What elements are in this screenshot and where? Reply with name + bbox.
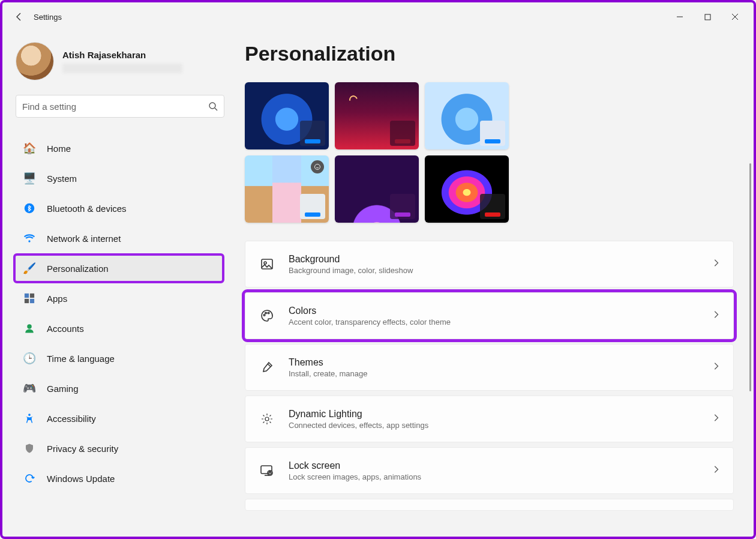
back-button[interactable]	[7, 5, 31, 29]
sidebar-item-label: Windows Update	[47, 474, 115, 484]
user-block[interactable]: Atish Rajasekharan	[16, 42, 222, 80]
sidebar-item-bluetooth[interactable]: Bluetooth & devices	[16, 196, 222, 221]
card-dynamic-lighting[interactable]: Dynamic Lighting Connected devices, effe…	[245, 396, 734, 442]
theme-tile[interactable]	[335, 82, 419, 149]
svg-point-17	[265, 312, 267, 314]
card-cutoff	[245, 499, 734, 511]
card-title: Background	[289, 254, 413, 265]
card-themes[interactable]: Themes Install, create, manage	[245, 344, 734, 391]
sidebar-item-label: Apps	[47, 294, 67, 304]
close-button[interactable]	[721, 7, 749, 26]
maximize-button[interactable]	[694, 7, 721, 26]
chevron-right-icon	[712, 362, 720, 373]
window-controls	[666, 7, 749, 26]
svg-point-18	[268, 312, 269, 314]
picture-icon	[259, 256, 275, 273]
card-subtitle: Install, create, manage	[289, 369, 368, 378]
sidebar-item-label: Accessibility	[47, 414, 96, 424]
search-box[interactable]	[16, 95, 224, 118]
brush-icon	[259, 359, 275, 376]
card-subtitle: Connected devices, effects, app settings	[289, 421, 428, 430]
sidebar-item-accounts[interactable]: Accounts	[16, 316, 222, 341]
sidebar-item-gaming[interactable]: 🎮 Gaming	[16, 376, 222, 401]
apps-icon	[23, 292, 36, 305]
card-background[interactable]: Background Background image, color, slid…	[245, 241, 734, 288]
sidebar-item-accessibility[interactable]: Accessibility	[16, 406, 222, 431]
sidebar-item-label: Accounts	[47, 324, 84, 334]
update-icon	[23, 472, 36, 485]
sidebar-item-label: Network & internet	[47, 233, 121, 244]
svg-point-4	[209, 103, 215, 109]
chevron-right-icon	[712, 414, 720, 424]
sidebar-item-apps[interactable]: Apps	[16, 286, 222, 311]
card-title: Dynamic Lighting	[289, 409, 428, 420]
svg-rect-1	[705, 14, 710, 20]
theme-grid	[245, 82, 739, 223]
user-name: Atish Rajasekharan	[62, 50, 182, 60]
svg-point-13	[315, 164, 320, 170]
lock-screen-icon	[259, 462, 275, 479]
sidebar-item-update[interactable]: Windows Update	[16, 466, 222, 491]
chevron-right-icon	[712, 310, 720, 321]
arrow-left-icon	[14, 12, 24, 22]
spotlight-icon	[311, 160, 324, 173]
bluetooth-icon	[23, 202, 36, 215]
card-lock-screen[interactable]: Lock screen Lock screen images, apps, an…	[245, 447, 734, 494]
theme-tile[interactable]	[245, 155, 329, 223]
user-text: Atish Rajasekharan	[62, 50, 182, 73]
maximize-icon	[704, 14, 711, 20]
svg-point-15	[264, 262, 266, 264]
gamepad-icon: 🎮	[23, 382, 36, 395]
accessibility-icon	[23, 412, 36, 425]
chevron-right-icon	[712, 465, 720, 476]
sidebar-item-label: Bluetooth & devices	[47, 203, 127, 214]
search-input[interactable]	[22, 101, 208, 112]
chevron-right-icon	[712, 259, 720, 270]
sidebar-item-label: System	[47, 173, 77, 184]
settings-card-list: Background Background image, color, slid…	[245, 241, 734, 513]
avatar	[16, 42, 54, 80]
theme-tile[interactable]	[425, 155, 509, 223]
svg-point-11	[27, 324, 32, 329]
card-title: Colors	[289, 306, 451, 316]
sidebar-item-system[interactable]: 🖥️ System	[16, 166, 222, 191]
sidebar-item-label: Time & language	[47, 354, 115, 364]
sidebar-item-network[interactable]: Network & internet	[16, 226, 222, 251]
sidebar-item-label: Gaming	[47, 384, 79, 394]
card-colors[interactable]: Colors Accent color, transparency effect…	[245, 292, 734, 339]
wifi-icon	[23, 232, 36, 245]
page-title: Personalization	[245, 42, 739, 65]
card-subtitle: Accent color, transparency effects, colo…	[289, 318, 451, 327]
search-icon	[208, 101, 218, 111]
main-content: Personalization	[230, 31, 754, 537]
sidebar-item-label: Home	[47, 143, 71, 154]
card-title: Themes	[289, 357, 368, 368]
sidebar-item-time[interactable]: 🕒 Time & language	[16, 346, 222, 371]
palette-icon	[259, 307, 275, 324]
home-icon: 🏠	[23, 142, 36, 155]
sparkle-icon	[259, 411, 275, 427]
shield-icon	[23, 442, 36, 455]
sidebar-item-privacy[interactable]: Privacy & security	[16, 436, 222, 461]
person-icon	[23, 322, 36, 335]
paintbrush-icon: 🖌️	[23, 262, 36, 275]
sidebar-item-label: Personalization	[47, 263, 109, 274]
scrollbar-thumb[interactable]	[749, 163, 751, 391]
theme-tile[interactable]	[335, 155, 419, 223]
app-title: Settings	[34, 13, 62, 22]
svg-rect-10	[30, 299, 34, 303]
card-subtitle: Background image, color, slideshow	[289, 266, 413, 275]
svg-rect-9	[25, 299, 29, 303]
svg-rect-8	[30, 294, 34, 298]
minimize-button[interactable]	[666, 7, 694, 26]
close-icon	[731, 13, 739, 20]
sidebar-item-home[interactable]: 🏠 Home	[16, 136, 222, 161]
theme-tile[interactable]	[245, 82, 329, 149]
sidebar: Atish Rajasekharan 🏠 Home 🖥️ System Blue…	[2, 31, 230, 537]
titlebar: Settings	[2, 2, 754, 31]
sidebar-item-personalization[interactable]: 🖌️ Personalization	[16, 256, 222, 281]
sidebar-item-label: Privacy & security	[47, 444, 118, 454]
clock-globe-icon: 🕒	[23, 352, 36, 365]
theme-tile[interactable]	[425, 82, 509, 149]
system-icon: 🖥️	[23, 172, 36, 185]
